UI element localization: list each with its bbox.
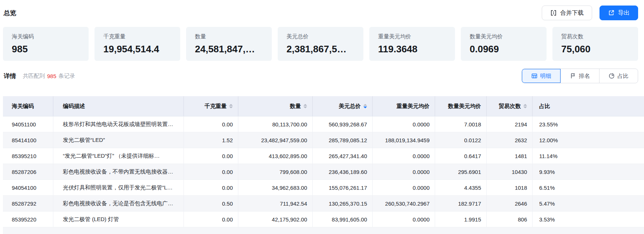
table-row: 85287206彩色电视接收设备，不带内置无线电接收器…0.00799,608.… xyxy=(3,164,644,180)
sort-icon[interactable] xyxy=(363,104,367,108)
cell-share: 11.14% xyxy=(533,148,644,164)
ranking-flag-icon xyxy=(570,73,576,79)
cell-trade-count: 1481 xyxy=(487,148,533,164)
cell-usd-per-unit: 182.9717 xyxy=(435,196,487,211)
stat-label: 数量 xyxy=(195,33,265,40)
cell-share: 6.51% xyxy=(533,180,644,195)
cell-kg-weight: 0.00 xyxy=(184,212,238,227)
cell-description: 发光二极管“LED” xyxy=(53,132,184,148)
column-label: 千克重量 xyxy=(204,103,227,110)
match-count: 985 xyxy=(47,73,56,79)
column-label: 数量美元均价 xyxy=(448,103,481,110)
column-header-quantity[interactable]: 数量 xyxy=(238,96,313,116)
sort-icon[interactable] xyxy=(303,104,307,108)
table-row-partial xyxy=(3,227,644,234)
detail-title: 详情 xyxy=(4,72,16,80)
merge-cells-icon xyxy=(550,10,557,16)
page-title: 总览 xyxy=(4,9,16,17)
column-header-kg-weight[interactable]: 千克重量 xyxy=(184,96,238,116)
table-body: 94051100枝形吊灯和其他电动天花板或墙壁照明装置…0.0080,113,7… xyxy=(3,116,644,234)
cell-quantity: 34,962,683.00 xyxy=(238,180,313,195)
cell-share: 5.47% xyxy=(533,196,644,211)
match-text: 共匹配到985条记录 xyxy=(23,73,75,80)
merge-download-label: 合并下载 xyxy=(560,9,584,17)
cell-usd-per-kg: 0.0000 xyxy=(373,116,435,132)
cell-kg-weight: 0.00 xyxy=(184,148,238,164)
cell-quantity: 80,113,700.00 xyxy=(238,116,313,132)
cell-code: 85395220 xyxy=(3,212,53,227)
cell-usd-per-kg: 0.0000 xyxy=(373,164,435,179)
stat-cards: 海关编码985千克重量19,954,514.4数量24,581,847,…美元总… xyxy=(3,27,638,61)
cell-usd-total: 560,939,268.67 xyxy=(313,116,373,132)
tab-label: 排名 xyxy=(579,73,590,80)
stat-card-5: 重量美元均价119.3648 xyxy=(369,27,455,61)
cell-share: 9.93% xyxy=(533,164,644,179)
cell-usd-per-unit: 1.9915 xyxy=(435,212,487,227)
cell-code: 85395210 xyxy=(3,148,53,164)
cell-trade-count: 1018 xyxy=(487,180,533,195)
sort-icon[interactable] xyxy=(523,104,527,108)
cell-usd-per-unit: 0.0122 xyxy=(435,132,487,148)
column-label: 美元总价 xyxy=(339,103,361,110)
column-header-code: 海关编码 xyxy=(3,96,53,116)
stat-card-7: 贸易次数75,060 xyxy=(552,27,638,61)
cell-usd-total: 236,436,189.60 xyxy=(313,164,373,179)
column-header-usd-total[interactable]: 美元总价 xyxy=(313,96,373,116)
column-header-trade-count[interactable]: 贸易次数 xyxy=(487,96,533,116)
cell-usd-per-kg: 0.0000 xyxy=(373,212,435,227)
cell-usd-total: 155,076,261.17 xyxy=(313,180,373,195)
tab-detail[interactable]: 明细 xyxy=(522,69,561,83)
column-header-description: 编码描述 xyxy=(53,96,184,116)
column-header-usd-per-kg: 重量美元均价 xyxy=(373,96,435,116)
data-table: 海关编码编码描述千克重量数量美元总价重量美元均价数量美元均价贸易次数占比 940… xyxy=(3,96,644,234)
column-label: 编码描述 xyxy=(63,103,85,110)
stat-value: 2,381,867,5… xyxy=(287,43,357,55)
stat-card-1: 海关编码985 xyxy=(3,27,89,61)
cell-usd-per-unit: 7.0018 xyxy=(435,116,487,132)
cell-usd-per-unit: 295.6901 xyxy=(435,164,487,179)
stat-label: 海关编码 xyxy=(12,33,82,40)
match-suffix: 条记录 xyxy=(58,73,75,80)
cell-description: 枝形吊灯和其他电动天花板或墙壁照明装置… xyxy=(53,116,184,132)
column-label: 占比 xyxy=(539,103,550,110)
export-label: 导出 xyxy=(618,9,630,17)
cell-usd-per-kg: 260,530,740.2967 xyxy=(373,196,435,211)
cell-share: 3.53% xyxy=(533,212,644,227)
cell-kg-weight: 0.00 xyxy=(184,180,238,195)
cell-quantity: 42,175,902.00 xyxy=(238,212,313,227)
sort-icon[interactable] xyxy=(229,104,233,108)
cell-code: 85287206 xyxy=(3,164,53,179)
cell-trade-count: 2646 xyxy=(487,196,533,211)
cell-description: 发光二极管 (LED) 灯管 xyxy=(53,212,184,227)
cell-description: “发光二极管“LED”灯” （未提供详细标… xyxy=(53,148,184,164)
export-button[interactable]: 导出 xyxy=(599,6,638,20)
table-icon xyxy=(531,73,537,79)
table-row: 85287292彩色电视接收设备，无论是否包含无线电广…0.50711,942.… xyxy=(3,196,644,212)
table-row: 94054100光伏灯具和照明装置，仅用于发光二极管“L…0.0034,962,… xyxy=(3,180,644,196)
column-label: 重量美元均价 xyxy=(396,103,430,110)
stat-card-2: 千克重量19,954,514.4 xyxy=(95,27,180,61)
tab-ranking[interactable]: 排名 xyxy=(561,69,599,83)
merge-download-button[interactable]: 合并下载 xyxy=(542,6,592,20)
table-row: 85395220发光二极管 (LED) 灯管0.0042,175,902.008… xyxy=(3,212,644,227)
cell-usd-total: 130,265,370.15 xyxy=(313,196,373,211)
top-bar: 总览 合并下载 导出 xyxy=(0,0,644,20)
stat-value: 119.3648 xyxy=(378,43,448,55)
cell-kg-weight: 0.50 xyxy=(184,196,238,211)
stat-label: 重量美元均价 xyxy=(378,33,448,40)
cell-trade-count: 10430 xyxy=(487,164,533,179)
column-label: 海关编码 xyxy=(12,103,34,110)
cell-code: 85414100 xyxy=(3,132,53,148)
column-header-usd-per-unit: 数量美元均价 xyxy=(435,96,487,116)
cell-usd-total: 83,991,605.00 xyxy=(313,212,373,227)
stat-card-6: 数量美元均价0.0969 xyxy=(461,27,547,61)
tab-proportion[interactable]: 占比 xyxy=(599,69,638,83)
cell-usd-per-unit: 4.4355 xyxy=(435,180,487,195)
stat-label: 千克重量 xyxy=(103,33,174,40)
cell-quantity: 23,482,947,559.00 xyxy=(238,132,313,148)
cell-kg-weight: 1.52 xyxy=(184,132,238,148)
column-label: 数量 xyxy=(290,103,301,110)
cell-usd-total: 285,789,085.12 xyxy=(313,132,373,148)
cell-kg-weight: 0.00 xyxy=(184,164,238,179)
stat-value: 24,581,847,… xyxy=(195,43,265,55)
